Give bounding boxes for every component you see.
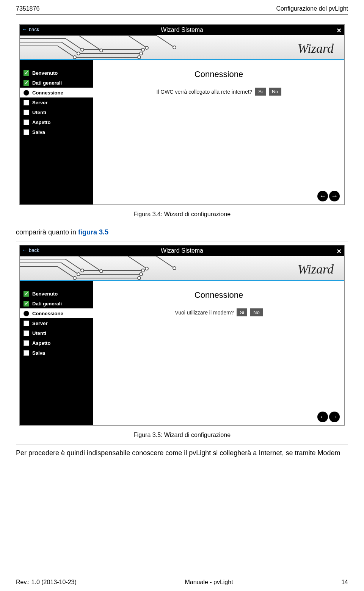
step-aspetto[interactable]: Aspetto bbox=[20, 338, 93, 348]
no-button[interactable]: No bbox=[250, 308, 263, 316]
wizard-banner: Wizard bbox=[20, 35, 344, 60]
banner-title: Wizard bbox=[298, 262, 334, 277]
yes-button[interactable]: Si bbox=[237, 308, 247, 316]
back-arrow-icon: ← bbox=[22, 247, 27, 253]
close-button[interactable]: × bbox=[337, 26, 341, 35]
step-utenti[interactable]: Utenti bbox=[20, 328, 93, 338]
step-label: Connessione bbox=[32, 90, 63, 96]
wizard-window: ← back Wizard Sistema × bbox=[19, 24, 345, 205]
figure-box-1: ← back Wizard Sistema × bbox=[16, 21, 348, 224]
nav-buttons: ← → bbox=[317, 191, 340, 201]
mid-prefix: comparirà quanto in bbox=[16, 228, 78, 236]
step-utenti[interactable]: Utenti bbox=[20, 107, 93, 117]
question-text: Vuoi utilizzare il modem? bbox=[175, 310, 234, 316]
current-step-icon bbox=[24, 90, 29, 96]
figure-caption-2: Figura 3.5: Wizard di configurazione bbox=[19, 432, 345, 439]
step-label: Aspetto bbox=[32, 340, 50, 346]
prev-button[interactable]: ← bbox=[317, 412, 328, 422]
step-label: Aspetto bbox=[32, 119, 50, 125]
empty-step-icon bbox=[24, 350, 29, 356]
footer-title: Manuale - pvLight bbox=[185, 579, 233, 586]
svg-point-8 bbox=[173, 46, 176, 49]
step-benvenuto[interactable]: ✓Benvenuto bbox=[20, 68, 93, 78]
window-title: Wizard Sistema bbox=[161, 247, 203, 254]
footer-revision: Rev.: 1.0 (2013-10-23) bbox=[16, 579, 77, 586]
page-header: 7351876 Configurazione del pvLight bbox=[0, 0, 364, 14]
step-connessione[interactable]: Connessione bbox=[20, 88, 93, 97]
step-aspetto[interactable]: Aspetto bbox=[20, 117, 93, 127]
step-label: Connessione bbox=[32, 311, 63, 316]
step-benvenuto[interactable]: ✓Benvenuto bbox=[20, 289, 93, 299]
step-label: Utenti bbox=[32, 110, 46, 115]
header-divider bbox=[16, 14, 348, 15]
step-dati-generali[interactable]: ✓Dati generali bbox=[20, 299, 93, 308]
svg-point-13 bbox=[73, 277, 76, 280]
wizard-content: Connessione Il GWC verrà collegato alla … bbox=[93, 60, 344, 204]
back-label: back bbox=[29, 247, 39, 253]
svg-point-10 bbox=[141, 269, 144, 272]
svg-point-1 bbox=[141, 48, 144, 51]
svg-point-14 bbox=[138, 277, 141, 280]
check-icon: ✓ bbox=[24, 80, 29, 86]
step-label: Utenti bbox=[32, 330, 46, 336]
next-button[interactable]: → bbox=[329, 412, 340, 422]
figure-box-2: ← back Wizard Sistema × bbox=[16, 242, 348, 445]
footer-page-number: 14 bbox=[341, 579, 348, 586]
prev-button[interactable]: ← bbox=[317, 191, 328, 201]
next-button[interactable]: → bbox=[329, 191, 340, 201]
content-heading: Connessione bbox=[93, 69, 344, 79]
svg-point-7 bbox=[145, 46, 148, 49]
yes-button[interactable]: Si bbox=[255, 88, 266, 96]
back-arrow-icon: ← bbox=[22, 26, 27, 32]
bottom-paragraph: Per procedere è quindi indispensabile co… bbox=[16, 448, 348, 458]
banner-title: Wizard bbox=[298, 41, 334, 56]
page-footer: Rev.: 1.0 (2013-10-23) Manuale - pvLight… bbox=[16, 579, 348, 586]
wizard-banner: Wizard bbox=[20, 256, 344, 281]
step-connessione[interactable]: Connessione bbox=[20, 308, 93, 318]
content-heading: Connessione bbox=[93, 290, 344, 300]
check-icon: ✓ bbox=[24, 291, 29, 297]
empty-step-icon bbox=[24, 321, 29, 326]
step-salva[interactable]: Salva bbox=[20, 348, 93, 358]
empty-step-icon bbox=[24, 110, 29, 115]
step-label: Benvenuto bbox=[32, 70, 58, 76]
step-label: Dati generali bbox=[32, 80, 62, 86]
question-text: Il GWC verrà collegato alla rete interne… bbox=[156, 89, 252, 95]
wizard-window: ← back Wizard Sistema × bbox=[19, 245, 345, 426]
svg-point-4 bbox=[73, 56, 76, 59]
step-server[interactable]: Server bbox=[20, 318, 93, 328]
nav-buttons: ← → bbox=[317, 412, 340, 422]
wizard-titlebar: ← back Wizard Sistema × bbox=[20, 245, 344, 256]
svg-point-16 bbox=[145, 267, 148, 270]
empty-step-icon bbox=[24, 340, 29, 346]
step-dati-generali[interactable]: ✓Dati generali bbox=[20, 78, 93, 88]
svg-point-17 bbox=[173, 267, 176, 270]
back-label: back bbox=[29, 27, 39, 32]
wizard-sidebar: ✓Benvenuto ✓Dati generali Connessione Se… bbox=[20, 60, 93, 204]
current-step-icon bbox=[24, 311, 29, 316]
check-icon: ✓ bbox=[24, 301, 29, 307]
back-button[interactable]: ← back bbox=[22, 247, 39, 253]
step-label: Server bbox=[32, 321, 47, 326]
step-label: Salva bbox=[32, 129, 45, 135]
step-server[interactable]: Server bbox=[20, 97, 93, 107]
empty-step-icon bbox=[24, 119, 29, 125]
check-icon: ✓ bbox=[24, 70, 29, 76]
close-button[interactable]: × bbox=[337, 247, 341, 256]
question-row: Vuoi utilizzare il modem? Si No bbox=[93, 308, 344, 316]
no-button[interactable]: No bbox=[269, 88, 281, 96]
svg-point-5 bbox=[138, 56, 141, 59]
svg-point-15 bbox=[100, 270, 103, 273]
step-salva[interactable]: Salva bbox=[20, 127, 93, 137]
doc-number: 7351876 bbox=[16, 5, 39, 12]
window-title: Wizard Sistema bbox=[161, 27, 203, 33]
wizard-body: ✓Benvenuto ✓Dati generali Connessione Se… bbox=[20, 60, 344, 204]
wizard-content: Connessione Vuoi utilizzare il modem? Si… bbox=[93, 281, 344, 425]
svg-point-6 bbox=[100, 49, 103, 52]
back-button[interactable]: ← back bbox=[22, 26, 39, 32]
empty-step-icon bbox=[24, 100, 29, 105]
svg-point-9 bbox=[81, 269, 84, 272]
figure-link[interactable]: figura 3.5 bbox=[78, 228, 108, 236]
wizard-body: ✓Benvenuto ✓Dati generali Connessione Se… bbox=[20, 281, 344, 425]
wizard-sidebar: ✓Benvenuto ✓Dati generali Connessione Se… bbox=[20, 281, 93, 425]
